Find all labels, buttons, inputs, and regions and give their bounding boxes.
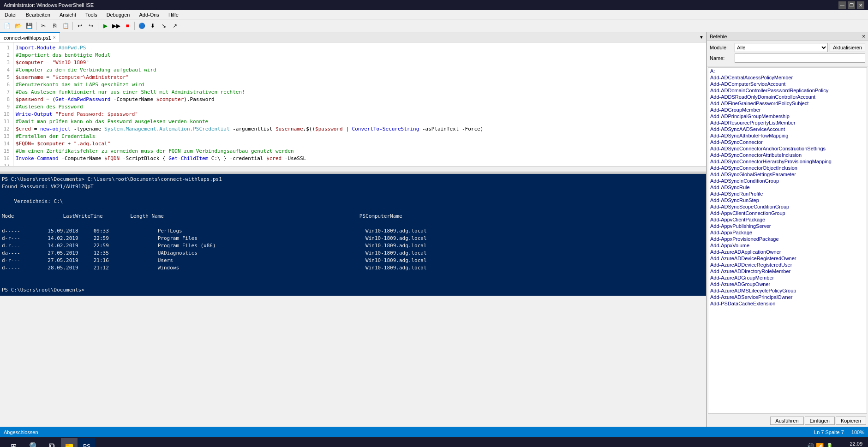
menu-hilfe[interactable]: Hilfe: [166, 11, 181, 18]
command-item[interactable]: Add-AzureADDeviceRegisteredUser: [708, 262, 867, 268]
command-item[interactable]: Add-ADSyncAADServiceAccount: [708, 126, 867, 132]
command-item[interactable]: Add-AzureADApplicationOwner: [708, 249, 867, 255]
menu-bearbeiten[interactable]: Bearbeiten: [23, 11, 53, 18]
maximize-button[interactable]: ❐: [848, 1, 855, 9]
taskbar-clock[interactable]: 22:09 28.05.2019: [837, 441, 862, 447]
toolbar-step3[interactable]: ↗: [170, 21, 180, 31]
commands-list: A:Add-ADCentralAccessPolicyMemberAdd-ADC…: [708, 67, 867, 414]
command-item[interactable]: A:: [708, 68, 867, 74]
command-item[interactable]: Add-AzureADGroupMember: [708, 274, 867, 281]
command-item[interactable]: Add-ADSyncAttributeFlowMapping: [708, 132, 867, 139]
toolbar-undo[interactable]: ↩: [75, 21, 85, 31]
name-input[interactable]: [735, 54, 865, 63]
taskbar-time: 22:09: [837, 441, 862, 447]
line-numbers: 12345 678910 1112131415 161718: [0, 42, 14, 166]
command-item[interactable]: Add-ADPrincipalGroupMembership: [708, 113, 867, 119]
main-container: connect-withlaps.ps1 × ▼ 12345 678910 11…: [0, 32, 868, 427]
command-item[interactable]: Add-ADSyncConnector: [708, 139, 867, 145]
command-item[interactable]: Add-ADSyncScopeConditionGroup: [708, 203, 867, 210]
toolbar-new[interactable]: 📄: [2, 21, 12, 31]
command-item[interactable]: Add-AppxProvisionedPackage: [708, 236, 867, 242]
taskbar-search-icon[interactable]: 🔍: [26, 438, 42, 447]
module-select[interactable]: Alle: [735, 43, 828, 52]
tab-scroll-btn[interactable]: ▼: [697, 32, 706, 42]
command-item[interactable]: Add-ADSyncConnectorAnchorConstructionSet…: [708, 145, 867, 152]
command-item[interactable]: Add-ADFineGrainedPasswordPolicySubject: [708, 100, 867, 107]
taskbar-start-button[interactable]: ⊞: [2, 438, 25, 447]
kopieren-button[interactable]: Kopieren: [836, 417, 866, 425]
einfugen-button[interactable]: Einfügen: [805, 417, 835, 425]
menu-addons[interactable]: Add-Ons: [136, 11, 162, 18]
command-item[interactable]: Add-ADComputerServiceAccount: [708, 81, 867, 87]
status-text: Abgeschlossen: [4, 429, 38, 435]
editor-content[interactable]: Import-Module AdmPwd.PS #Importiert das …: [14, 42, 706, 166]
toolbar-sep4: [134, 22, 135, 30]
command-item[interactable]: Add-ADSyncConnectorObjectInclusion: [708, 165, 867, 171]
menu-debuggen[interactable]: Debuggen: [104, 11, 133, 18]
command-item[interactable]: Add-AzureADGroupOwner: [708, 281, 867, 287]
command-item[interactable]: Add-ADResourcePropertyListMember: [708, 119, 867, 126]
aktualisieren-button[interactable]: Aktualisieren: [830, 43, 865, 52]
commands-panel: Befehle × Module: Alle Aktualisieren Nam…: [706, 32, 868, 427]
editor-area: connect-withlaps.ps1 × ▼ 12345 678910 11…: [0, 32, 706, 427]
commands-panel-close[interactable]: ×: [862, 33, 865, 40]
terminal-area: PS C:\Users\root\Documents> C:\Users\roo…: [0, 174, 706, 427]
taskbar: ⊞ 🔍 ⧉ PS 🔊 📶 🔋 22:09 28.05.2019: [0, 437, 868, 447]
minimize-button[interactable]: —: [838, 1, 846, 9]
toolbar-step[interactable]: ⬇: [148, 21, 158, 31]
menu-bar: Datei Bearbeiten Ansicht Tools Debuggen …: [0, 10, 868, 19]
command-item[interactable]: Add-AzureADServicePrincipalOwner: [708, 294, 867, 300]
toolbar-copy[interactable]: ⎘: [49, 21, 60, 31]
cursor-position: Ln 7 Spalte 7: [814, 429, 844, 435]
close-window-button[interactable]: ✕: [857, 1, 864, 9]
command-item[interactable]: Add-ADSyncGlobalSettingsParameter: [708, 171, 867, 178]
toolbar-step2[interactable]: ↘: [159, 21, 169, 31]
command-item[interactable]: Add-AzureADDeviceRegisteredOwner: [708, 255, 867, 262]
toolbar-redo[interactable]: ↪: [86, 21, 96, 31]
command-item[interactable]: Add-ADSyncConnectorHierarchyProvisioning…: [708, 158, 867, 165]
menu-ansicht[interactable]: Ansicht: [57, 11, 79, 18]
editor-scrollbar-h[interactable]: [0, 166, 706, 172]
command-item[interactable]: Add-AppxPackage: [708, 229, 867, 236]
editor-top: 12345 678910 1112131415 161718 Import-Mo…: [0, 42, 706, 172]
start-icon: ⊞: [11, 442, 17, 447]
command-item[interactable]: Add-ADDSReadOnlyDomainControllerAccount: [708, 94, 867, 100]
command-item[interactable]: Add-AzureADDirectoryRoleMember: [708, 268, 867, 274]
taskbar-right-area: 🔊 📶 🔋 22:09 28.05.2019: [806, 441, 866, 447]
command-item[interactable]: Add-AzureADMSLifecyclePolicyGroup: [708, 287, 867, 294]
toolbar-paste[interactable]: 📋: [60, 21, 71, 31]
menu-tools[interactable]: Tools: [83, 11, 100, 18]
ausfuhren-button[interactable]: Ausführen: [770, 417, 803, 425]
command-item[interactable]: Add-AppvClientPackage: [708, 216, 867, 223]
command-item[interactable]: Add-AppvClientConnectionGroup: [708, 210, 867, 216]
taskbar-explorer-icon[interactable]: [61, 438, 78, 447]
command-item[interactable]: Add-AppvPublishingServer: [708, 223, 867, 229]
toolbar-cut[interactable]: ✂: [38, 21, 48, 31]
command-item[interactable]: Add-ADSyncRunStep: [708, 197, 867, 203]
toolbar-stop[interactable]: ■: [122, 21, 132, 31]
tab-connect-withlaps[interactable]: connect-withlaps.ps1 ×: [0, 32, 60, 42]
command-item[interactable]: Add-ADCentralAccessPolicyMember: [708, 74, 867, 81]
terminal-scrollbar-h[interactable]: [0, 296, 706, 301]
command-item[interactable]: Add-ADGroupMember: [708, 107, 867, 113]
command-item[interactable]: Add-ADSyncRule: [708, 184, 867, 191]
command-item[interactable]: Add-ADSyncInConditionGroup: [708, 178, 867, 184]
toolbar-save[interactable]: 💾: [24, 21, 34, 31]
editor-split: 12345 678910 1112131415 161718 Import-Mo…: [0, 42, 706, 427]
terminal-pane[interactable]: PS C:\Users\root\Documents> C:\Users\roo…: [0, 174, 706, 296]
command-item[interactable]: Add-ADSyncConnectorAttributeInclusion: [708, 152, 867, 158]
toolbar-debug[interactable]: 🔵: [137, 21, 147, 31]
tab-close-button[interactable]: ×: [53, 35, 56, 40]
command-item[interactable]: Add-ADSyncRunProfile: [708, 191, 867, 197]
command-item[interactable]: Add-ADDomainControllerPasswordReplicatio…: [708, 87, 867, 94]
tab-bar: connect-withlaps.ps1 × ▼: [0, 32, 706, 42]
editor-pane[interactable]: 12345 678910 1112131415 161718 Import-Mo…: [0, 42, 706, 166]
toolbar-open[interactable]: 📂: [13, 21, 23, 31]
toolbar-runsel[interactable]: ▶▶: [111, 21, 121, 31]
toolbar-run[interactable]: ▶: [100, 21, 110, 31]
command-item[interactable]: Add-PSDataCacheExtension: [708, 300, 867, 307]
menu-datei[interactable]: Datei: [2, 11, 19, 18]
taskbar-powershell-icon[interactable]: PS: [78, 438, 95, 447]
command-item[interactable]: Add-AppxVolume: [708, 242, 867, 249]
taskbar-taskview-icon[interactable]: ⧉: [43, 438, 60, 447]
